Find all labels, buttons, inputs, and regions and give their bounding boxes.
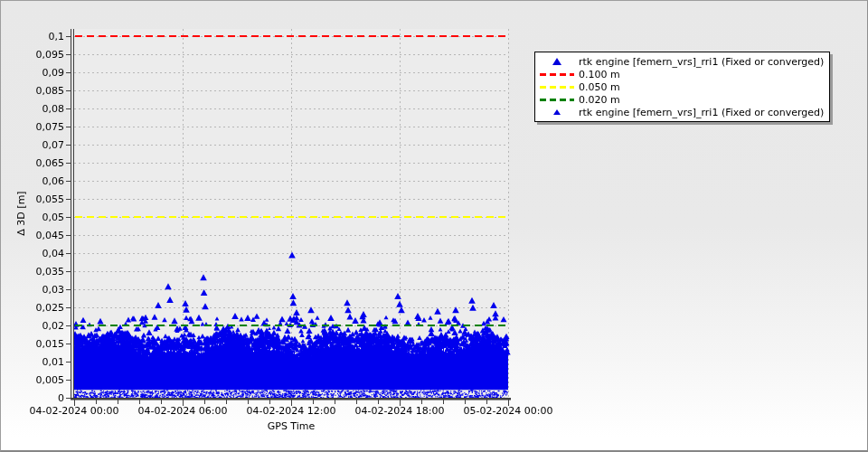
y-tick-label: 0,04 — [8, 248, 64, 259]
legend-marker-dash-icon — [537, 86, 577, 89]
dash-line-icon — [540, 73, 574, 76]
y-tick-label: 0,095 — [8, 49, 64, 61]
legend-entry-label: rtk engine [femern_vrs]_rri1 (Fixed or c… — [577, 56, 824, 68]
y-tick-label: 0,06 — [8, 175, 64, 187]
y-tick-label: 0,08 — [8, 103, 64, 115]
triangle-marker-icon — [552, 58, 561, 65]
x-tick-label: 04-02-2024 00:00 — [18, 405, 130, 417]
x-axis-title: GPS Time — [228, 420, 354, 432]
legend-entry[interactable]: 0.020 m — [537, 93, 824, 106]
y-tick-label: 0,005 — [8, 374, 64, 386]
legend-entry-label: 0.100 m — [577, 69, 620, 80]
y-tick-label: 0 — [8, 392, 64, 404]
y-tick-label: 0,01 — [8, 356, 64, 368]
y-tick-label: 0,1 — [8, 31, 64, 42]
y-axis-title: Δ 3D [m] — [15, 191, 27, 235]
y-tick-label: 0,035 — [8, 266, 64, 278]
y-tick-label: 0,02 — [8, 320, 64, 332]
legend-marker-dash-icon — [537, 73, 577, 76]
y-tick-label: 0,065 — [8, 157, 64, 169]
x-tick-label: 05-02-2024 00:00 — [452, 405, 564, 417]
y-tick-label: 0,07 — [8, 139, 64, 151]
legend-entry-label: rtk engine [femern_vrs]_rri1 (Fixed or c… — [577, 107, 824, 118]
legend-entry-label: 0.020 m — [577, 94, 620, 106]
dash-line-icon — [540, 86, 574, 89]
legend-entry[interactable]: rtk engine [femern_vrs]_rri1 (Fixed or c… — [537, 106, 824, 118]
triangle-marker-icon — [553, 109, 561, 115]
legend-box: rtk engine [femern_vrs]_rri1 (Fixed or c… — [534, 52, 830, 122]
legend-entry-label: 0.050 m — [577, 81, 620, 93]
x-tick-label: 04-02-2024 18:00 — [344, 405, 456, 417]
y-tick-label: 0,015 — [8, 338, 64, 350]
y-tick-label: 0,09 — [8, 67, 64, 79]
y-tick-label: 0,085 — [8, 85, 64, 97]
legend-marker-triangle-icon — [537, 58, 577, 65]
x-tick-label: 04-02-2024 06:00 — [127, 405, 239, 417]
legend-marker-triangle-icon — [537, 109, 577, 115]
legend-marker-dash-icon — [537, 99, 577, 101]
legend-entry[interactable]: 0.100 m — [537, 68, 824, 80]
legend-entry[interactable]: 0.050 m — [537, 80, 824, 93]
y-tick-label: 0,075 — [8, 121, 64, 133]
y-tick-label: 0,025 — [8, 302, 64, 314]
dash-line-icon — [540, 99, 574, 101]
plot-window: 0,10,0950,090,0850,080,0750,070,0650,060… — [0, 0, 868, 452]
y-tick-label: 0,03 — [8, 284, 64, 296]
legend-entry[interactable]: rtk engine [femern_vrs]_rri1 (Fixed or c… — [537, 55, 824, 68]
x-tick-label: 04-02-2024 12:00 — [235, 405, 347, 417]
